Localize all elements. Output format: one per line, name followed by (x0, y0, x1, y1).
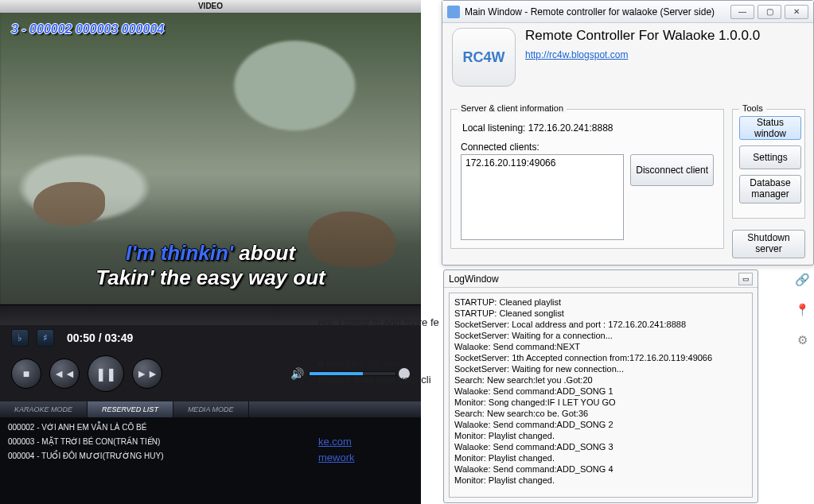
listening-label: Local listening: 172.16.20.241:8888 (462, 122, 714, 134)
video-titlebar: VIDEO (0, 0, 421, 13)
pin-icon[interactable]: 📍 (795, 303, 810, 317)
log-titlebar[interactable]: LogWindow ▭ (444, 270, 758, 288)
app-title: Remote Controller For Walaoke 1.0.0.0 (525, 28, 760, 44)
log-line: Monitor: Playlist changed. (454, 430, 747, 441)
log-close-button[interactable]: ▭ (738, 273, 753, 285)
tab-karaoke[interactable]: KARAOKE MODE (0, 401, 88, 417)
video-viewport[interactable]: 3 - 000002 000003 000004 I'm thinkin' ab… (0, 13, 421, 304)
main-window: Main Window - Remote controller for wala… (442, 0, 814, 266)
clients-label: Connected clients: (461, 142, 714, 153)
background-text: ent. I intent to add more fe e program f… (318, 308, 439, 466)
time-display: 00:50 / 03:49 (67, 331, 133, 344)
status-window-button[interactable]: Status window (739, 116, 801, 140)
log-line: STARTUP: Cleaned playlist (454, 297, 747, 308)
link-icon[interactable]: 🔗 (795, 273, 810, 287)
gear-icon[interactable]: ⚙ (797, 333, 808, 347)
maximize-button[interactable]: ▢ (758, 5, 781, 19)
close-button[interactable]: ✕ (785, 5, 808, 19)
background-link-2[interactable]: mework (318, 452, 355, 463)
app-homepage-link[interactable]: http://rc4w.blogspot.com (525, 49, 628, 60)
next-button[interactable]: ►► (132, 359, 162, 389)
database-manager-button[interactable]: Database manager (739, 175, 801, 204)
volume-icon[interactable]: 🔊 (290, 367, 304, 380)
server-info-group: Server & client information Local listen… (450, 109, 724, 249)
log-line: Search: New search:let you .Got:20 (454, 374, 747, 386)
log-line: SocketServer: Local address and port : 1… (454, 319, 747, 330)
key-down-button[interactable]: ♭ (11, 329, 29, 347)
log-line: Walaoke: Send command:NEXT (454, 341, 747, 352)
log-line: SocketServer: 1th Accepted connection fr… (454, 352, 747, 363)
settings-button[interactable]: Settings (739, 145, 801, 169)
log-textarea[interactable]: STARTUP: Cleaned playlistSTARTUP: Cleane… (449, 293, 753, 498)
log-line: Walaoke: Send command:ADD_SONG 1 (454, 386, 747, 397)
log-line: Monitor: Playlist changed. (454, 475, 747, 486)
client-entry[interactable]: 172.16.20.119:49066 (465, 157, 619, 169)
lyric-overlay: I'm thinkin' about Takin' the easy way o… (0, 241, 421, 290)
log-line: Monitor: Song changed:IF I LET YOU GO (454, 397, 747, 408)
tools-group: Tools Status window Settings Database ma… (732, 109, 805, 219)
right-gutter: 🔗 📍 ⚙ (790, 273, 814, 347)
prev-button[interactable]: ◄◄ (49, 359, 80, 389)
key-up-button[interactable]: ♯ (37, 329, 54, 347)
app-icon (447, 6, 460, 18)
minimize-button[interactable]: — (730, 5, 754, 19)
queue-osd: 3 - 000002 000003 000004 (11, 22, 164, 37)
log-line: Walaoke: Send command:ADD_SONG 2 (454, 419, 747, 430)
clients-listbox[interactable]: 172.16.20.119:49066 (461, 154, 624, 240)
log-line: Walaoke: Send command:ADD_SONG 4 (454, 463, 747, 475)
log-line: STARTUP: Cleaned songlist (454, 308, 747, 319)
background-link-1[interactable]: ke.com (318, 436, 352, 448)
log-window: LogWindow ▭ STARTUP: Cleaned playlistSTA… (443, 269, 758, 503)
shutdown-server-button[interactable]: Shutdown server (732, 230, 805, 258)
stop-button[interactable]: ■ (11, 359, 41, 389)
log-line: Monitor: Playlist changed. (454, 452, 747, 463)
main-window-titlebar[interactable]: Main Window - Remote controller for wala… (442, 1, 813, 23)
disconnect-client-button[interactable]: Disconnect client (630, 154, 714, 186)
log-line: SocketServer: Waiting for a connection..… (454, 330, 747, 341)
log-line: SocketServer: Waiting for new connection… (454, 363, 747, 374)
app-logo: RC4W (452, 28, 516, 87)
tab-reserved[interactable]: RESERVED LIST (88, 401, 173, 417)
log-line: Walaoke: Send command:ADD_SONG 3 (454, 441, 747, 452)
tab-media[interactable]: MEDIA MODE (173, 401, 249, 417)
lyric-highlight: I'm thinkin' (126, 241, 233, 265)
log-line: Search: New search:co be. Got:36 (454, 408, 747, 419)
pause-button[interactable]: ❚❚ (88, 355, 124, 392)
